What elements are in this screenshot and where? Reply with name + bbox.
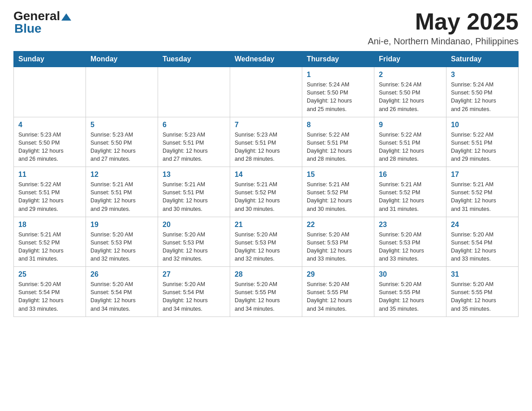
calendar-cell: 24Sunrise: 5:20 AM Sunset: 5:54 PM Dayli… xyxy=(446,217,519,267)
calendar-cell: 25Sunrise: 5:20 AM Sunset: 5:54 PM Dayli… xyxy=(14,267,86,317)
logo-triangle-icon xyxy=(61,13,71,21)
calendar-cell: 1Sunrise: 5:24 AM Sunset: 5:50 PM Daylig… xyxy=(302,67,374,117)
day-number: 13 xyxy=(163,171,225,179)
day-info: Sunrise: 5:21 AM Sunset: 5:52 PM Dayligh… xyxy=(18,231,81,263)
day-info: Sunrise: 5:20 AM Sunset: 5:54 PM Dayligh… xyxy=(90,280,153,313)
calendar-cell: 10Sunrise: 5:22 AM Sunset: 5:51 PM Dayli… xyxy=(446,117,519,167)
column-header-monday: Monday xyxy=(86,51,158,67)
day-number: 8 xyxy=(307,121,369,129)
calendar-cell xyxy=(86,67,158,117)
calendar-cell: 13Sunrise: 5:21 AM Sunset: 5:51 PM Dayli… xyxy=(158,167,230,217)
day-number: 21 xyxy=(235,221,297,229)
calendar-week-2: 4Sunrise: 5:23 AM Sunset: 5:50 PM Daylig… xyxy=(14,117,519,167)
calendar-cell: 28Sunrise: 5:20 AM Sunset: 5:55 PM Dayli… xyxy=(230,267,302,317)
day-number: 30 xyxy=(379,270,442,278)
calendar-cell: 30Sunrise: 5:20 AM Sunset: 5:55 PM Dayli… xyxy=(374,267,446,317)
day-number: 4 xyxy=(18,121,81,129)
day-number: 16 xyxy=(379,171,442,179)
day-number: 3 xyxy=(451,71,514,79)
day-info: Sunrise: 5:21 AM Sunset: 5:51 PM Dayligh… xyxy=(90,180,153,213)
title-section: May 2025 Ani-e, Northern Mindanao, Phili… xyxy=(368,9,519,47)
day-info: Sunrise: 5:20 AM Sunset: 5:54 PM Dayligh… xyxy=(18,280,81,313)
day-info: Sunrise: 5:20 AM Sunset: 5:53 PM Dayligh… xyxy=(163,231,225,263)
calendar-cell: 26Sunrise: 5:20 AM Sunset: 5:54 PM Dayli… xyxy=(86,267,158,317)
calendar-cell: 22Sunrise: 5:20 AM Sunset: 5:53 PM Dayli… xyxy=(302,217,374,267)
calendar-week-3: 11Sunrise: 5:22 AM Sunset: 5:51 PM Dayli… xyxy=(14,167,519,217)
day-info: Sunrise: 5:20 AM Sunset: 5:55 PM Dayligh… xyxy=(307,280,369,313)
column-header-thursday: Thursday xyxy=(302,51,374,67)
calendar-cell: 4Sunrise: 5:23 AM Sunset: 5:50 PM Daylig… xyxy=(14,117,86,167)
day-info: Sunrise: 5:21 AM Sunset: 5:51 PM Dayligh… xyxy=(163,180,225,213)
day-info: Sunrise: 5:20 AM Sunset: 5:53 PM Dayligh… xyxy=(307,231,369,263)
calendar-body: 1Sunrise: 5:24 AM Sunset: 5:50 PM Daylig… xyxy=(14,67,519,317)
day-info: Sunrise: 5:20 AM Sunset: 5:54 PM Dayligh… xyxy=(163,280,225,313)
day-info: Sunrise: 5:21 AM Sunset: 5:52 PM Dayligh… xyxy=(379,180,442,213)
day-number: 11 xyxy=(18,171,81,179)
day-number: 6 xyxy=(163,121,225,129)
calendar-cell: 2Sunrise: 5:24 AM Sunset: 5:50 PM Daylig… xyxy=(374,67,446,117)
day-info: Sunrise: 5:24 AM Sunset: 5:50 PM Dayligh… xyxy=(307,81,369,113)
month-title: May 2025 xyxy=(368,9,519,34)
day-info: Sunrise: 5:23 AM Sunset: 5:50 PM Dayligh… xyxy=(90,131,153,163)
column-header-friday: Friday xyxy=(374,51,446,67)
calendar-cell xyxy=(158,67,230,117)
day-number: 5 xyxy=(90,121,153,129)
calendar-header: SundayMondayTuesdayWednesdayThursdayFrid… xyxy=(14,51,519,67)
day-number: 18 xyxy=(18,221,81,229)
calendar-cell: 31Sunrise: 5:20 AM Sunset: 5:55 PM Dayli… xyxy=(446,267,519,317)
day-number: 28 xyxy=(235,270,297,278)
day-number: 17 xyxy=(451,171,514,179)
day-number: 7 xyxy=(235,121,297,129)
calendar-cell: 27Sunrise: 5:20 AM Sunset: 5:54 PM Dayli… xyxy=(158,267,230,317)
day-number: 22 xyxy=(307,221,369,229)
day-info: Sunrise: 5:21 AM Sunset: 5:52 PM Dayligh… xyxy=(307,180,369,213)
day-info: Sunrise: 5:20 AM Sunset: 5:55 PM Dayligh… xyxy=(235,280,297,313)
day-number: 1 xyxy=(307,71,369,79)
calendar-cell: 8Sunrise: 5:22 AM Sunset: 5:51 PM Daylig… xyxy=(302,117,374,167)
page-header: General Blue May 2025 Ani-e, Northern Mi… xyxy=(13,9,519,47)
day-number: 20 xyxy=(163,221,225,229)
calendar-cell: 16Sunrise: 5:21 AM Sunset: 5:52 PM Dayli… xyxy=(374,167,446,217)
calendar-cell xyxy=(14,67,86,117)
day-info: Sunrise: 5:22 AM Sunset: 5:51 PM Dayligh… xyxy=(18,180,81,213)
column-header-saturday: Saturday xyxy=(446,51,519,67)
day-number: 23 xyxy=(379,221,442,229)
calendar-cell: 29Sunrise: 5:20 AM Sunset: 5:55 PM Dayli… xyxy=(302,267,374,317)
calendar-cell: 6Sunrise: 5:23 AM Sunset: 5:51 PM Daylig… xyxy=(158,117,230,167)
day-number: 9 xyxy=(379,121,442,129)
day-info: Sunrise: 5:20 AM Sunset: 5:54 PM Dayligh… xyxy=(451,231,514,263)
day-info: Sunrise: 5:23 AM Sunset: 5:51 PM Dayligh… xyxy=(235,131,297,163)
svg-marker-0 xyxy=(61,13,71,21)
day-number: 14 xyxy=(235,171,297,179)
day-number: 10 xyxy=(451,121,514,129)
calendar-cell: 9Sunrise: 5:22 AM Sunset: 5:51 PM Daylig… xyxy=(374,117,446,167)
day-info: Sunrise: 5:21 AM Sunset: 5:52 PM Dayligh… xyxy=(235,180,297,213)
day-info: Sunrise: 5:22 AM Sunset: 5:51 PM Dayligh… xyxy=(379,131,442,163)
day-info: Sunrise: 5:22 AM Sunset: 5:51 PM Dayligh… xyxy=(451,131,514,163)
calendar-cell: 18Sunrise: 5:21 AM Sunset: 5:52 PM Dayli… xyxy=(14,217,86,267)
calendar-cell: 23Sunrise: 5:20 AM Sunset: 5:53 PM Dayli… xyxy=(374,217,446,267)
day-info: Sunrise: 5:23 AM Sunset: 5:50 PM Dayligh… xyxy=(18,131,81,163)
location-subtitle: Ani-e, Northern Mindanao, Philippines xyxy=(368,36,519,47)
calendar-table: SundayMondayTuesdayWednesdayThursdayFrid… xyxy=(13,51,519,317)
column-header-tuesday: Tuesday xyxy=(158,51,230,67)
day-number: 24 xyxy=(451,221,514,229)
logo-blue-text: Blue xyxy=(14,21,42,36)
calendar-cell: 5Sunrise: 5:23 AM Sunset: 5:50 PM Daylig… xyxy=(86,117,158,167)
day-info: Sunrise: 5:22 AM Sunset: 5:51 PM Dayligh… xyxy=(307,131,369,163)
calendar-cell: 17Sunrise: 5:21 AM Sunset: 5:52 PM Dayli… xyxy=(446,167,519,217)
day-info: Sunrise: 5:23 AM Sunset: 5:51 PM Dayligh… xyxy=(163,131,225,163)
day-number: 2 xyxy=(379,71,442,79)
day-info: Sunrise: 5:20 AM Sunset: 5:53 PM Dayligh… xyxy=(379,231,442,263)
calendar-cell: 14Sunrise: 5:21 AM Sunset: 5:52 PM Dayli… xyxy=(230,167,302,217)
calendar-cell xyxy=(230,67,302,117)
day-info: Sunrise: 5:21 AM Sunset: 5:52 PM Dayligh… xyxy=(451,180,514,213)
calendar-cell: 21Sunrise: 5:20 AM Sunset: 5:53 PM Dayli… xyxy=(230,217,302,267)
day-number: 12 xyxy=(90,171,153,179)
calendar-week-1: 1Sunrise: 5:24 AM Sunset: 5:50 PM Daylig… xyxy=(14,67,519,117)
day-info: Sunrise: 5:24 AM Sunset: 5:50 PM Dayligh… xyxy=(451,81,514,113)
day-number: 26 xyxy=(90,270,153,278)
calendar-cell: 12Sunrise: 5:21 AM Sunset: 5:51 PM Dayli… xyxy=(86,167,158,217)
calendar-cell: 11Sunrise: 5:22 AM Sunset: 5:51 PM Dayli… xyxy=(14,167,86,217)
calendar-cell: 19Sunrise: 5:20 AM Sunset: 5:53 PM Dayli… xyxy=(86,217,158,267)
